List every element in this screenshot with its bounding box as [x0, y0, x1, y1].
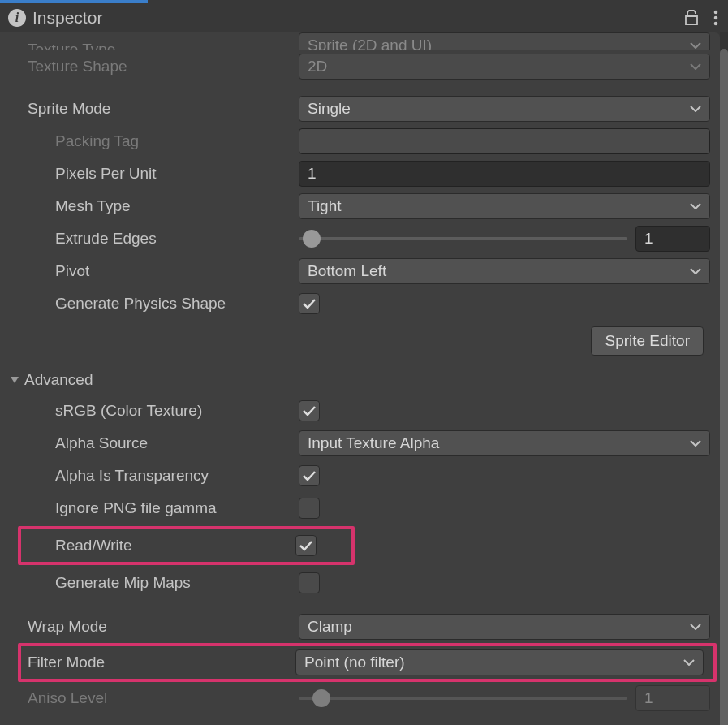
sprite-mode-row: Sprite Mode Single: [0, 93, 720, 125]
pivot-row: Pivot Bottom Left: [0, 255, 720, 287]
texture-type-dropdown[interactable]: Sprite (2D and UI): [299, 32, 710, 50]
read-write-checkbox[interactable]: [295, 535, 317, 556]
foldout-triangle-icon: [10, 375, 19, 385]
chevron-down-icon: [690, 106, 701, 112]
srgb-label: sRGB (Color Texture): [55, 402, 299, 420]
pixels-per-unit-value: 1: [308, 165, 317, 183]
chevron-down-icon: [690, 63, 701, 70]
alpha-source-dropdown[interactable]: Input Texture Alpha: [299, 430, 710, 456]
advanced-section-header[interactable]: Advanced: [0, 365, 720, 395]
svg-point-2: [714, 21, 718, 25]
aniso-level-slider: [299, 697, 627, 700]
pivot-value: Bottom Left: [308, 262, 386, 280]
inspector-tab-bar: i Inspector: [0, 3, 728, 32]
mesh-type-label: Mesh Type: [55, 197, 299, 215]
svg-point-0: [714, 10, 718, 14]
sprite-editor-button-row: Sprite Editor: [0, 320, 720, 365]
chevron-down-icon: [683, 659, 695, 666]
filter-mode-value: Point (no filter): [304, 654, 405, 671]
generate-mip-maps-checkbox[interactable]: [299, 572, 320, 593]
wrap-mode-value: Clamp: [308, 618, 352, 636]
mesh-type-row: Mesh Type Tight: [0, 190, 720, 222]
filter-mode-dropdown[interactable]: Point (no filter): [295, 649, 704, 675]
aniso-level-value-input: 1: [635, 685, 710, 711]
ignore-png-gamma-row: Ignore PNG file gamma: [0, 492, 720, 524]
mesh-type-value: Tight: [308, 197, 342, 215]
alpha-source-value: Input Texture Alpha: [308, 434, 439, 452]
generate-mip-maps-label: Generate Mip Maps: [55, 574, 299, 592]
filter-mode-row: Filter Mode Point (no filter): [21, 646, 713, 679]
tab-title: Inspector: [32, 8, 102, 28]
wrap-mode-dropdown[interactable]: Clamp: [299, 614, 710, 640]
extrude-edges-row: Extrude Edges 1: [0, 222, 720, 255]
generate-physics-shape-checkbox[interactable]: [299, 293, 320, 314]
sprite-editor-button[interactable]: Sprite Editor: [591, 326, 704, 356]
texture-type-row: Texture Type Sprite (2D and UI): [0, 32, 720, 50]
alpha-source-label: Alpha Source: [55, 434, 299, 452]
sprite-mode-dropdown[interactable]: Single: [299, 96, 710, 122]
filter-mode-label: Filter Mode: [28, 654, 295, 671]
wrap-mode-row: Wrap Mode Clamp: [0, 611, 720, 643]
texture-type-value: Sprite (2D and UI): [308, 37, 432, 50]
read-write-row: Read/Write: [21, 529, 351, 562]
pivot-dropdown[interactable]: Bottom Left: [299, 258, 710, 284]
info-icon: i: [8, 9, 26, 27]
slider-thumb[interactable]: [303, 230, 321, 248]
scrollbar[interactable]: [720, 32, 728, 725]
filter-mode-highlight: Filter Mode Point (no filter): [18, 643, 717, 682]
chevron-down-icon: [690, 203, 701, 209]
texture-shape-label: Texture Shape: [28, 58, 299, 76]
wrap-mode-label: Wrap Mode: [28, 618, 299, 636]
texture-shape-value: 2D: [308, 58, 327, 76]
chevron-down-icon: [690, 440, 701, 447]
inspector-tab[interactable]: i Inspector: [8, 8, 102, 28]
alpha-is-transparency-row: Alpha Is Transparency: [0, 460, 720, 492]
mesh-type-dropdown[interactable]: Tight: [299, 193, 710, 219]
aniso-level-value: 1: [644, 689, 653, 707]
read-write-label: Read/Write: [55, 537, 295, 555]
extrude-edges-value: 1: [644, 230, 653, 248]
alpha-is-transparency-checkbox[interactable]: [299, 465, 320, 486]
pivot-label: Pivot: [55, 262, 299, 280]
chevron-down-icon: [690, 624, 701, 630]
ignore-png-gamma-label: Ignore PNG file gamma: [55, 499, 299, 517]
svg-point-1: [714, 15, 718, 19]
ignore-png-gamma-checkbox[interactable]: [299, 498, 320, 519]
srgb-checkbox[interactable]: [299, 400, 320, 421]
texture-shape-row: Texture Shape 2D: [0, 50, 720, 83]
inspector-content: Texture Type Sprite (2D and UI) Texture …: [0, 32, 720, 725]
pixels-per-unit-row: Pixels Per Unit 1: [0, 158, 720, 190]
generate-physics-shape-row: Generate Physics Shape: [0, 287, 720, 320]
slider-thumb: [312, 689, 330, 707]
aniso-level-row: Aniso Level 1: [0, 682, 720, 714]
extrude-edges-label: Extrude Edges: [55, 230, 299, 248]
packing-tag-label: Packing Tag: [55, 132, 299, 150]
extrude-edges-slider[interactable]: [299, 237, 627, 240]
sprite-mode-value: Single: [308, 100, 351, 118]
aniso-level-label: Aniso Level: [28, 689, 299, 707]
packing-tag-row: Packing Tag: [0, 125, 720, 158]
chevron-down-icon: [690, 42, 701, 49]
kebab-menu-icon[interactable]: [713, 10, 718, 26]
alpha-is-transparency-label: Alpha Is Transparency: [55, 467, 299, 485]
pixels-per-unit-label: Pixels Per Unit: [55, 165, 299, 183]
alpha-source-row: Alpha Source Input Texture Alpha: [0, 427, 720, 460]
texture-type-label: Texture Type: [28, 41, 299, 50]
generate-mip-maps-row: Generate Mip Maps: [0, 567, 720, 599]
chevron-down-icon: [690, 268, 701, 274]
advanced-label: Advanced: [24, 371, 93, 389]
generate-physics-shape-label: Generate Physics Shape: [55, 295, 299, 313]
sprite-mode-label: Sprite Mode: [28, 100, 299, 118]
srgb-row: sRGB (Color Texture): [0, 395, 720, 427]
read-write-highlight: Read/Write: [18, 526, 355, 565]
extrude-edges-value-input[interactable]: 1: [635, 226, 710, 252]
pixels-per-unit-input[interactable]: 1: [299, 161, 710, 187]
packing-tag-input: [299, 128, 710, 154]
texture-shape-dropdown: 2D: [299, 54, 710, 80]
lock-icon[interactable]: [684, 10, 699, 26]
